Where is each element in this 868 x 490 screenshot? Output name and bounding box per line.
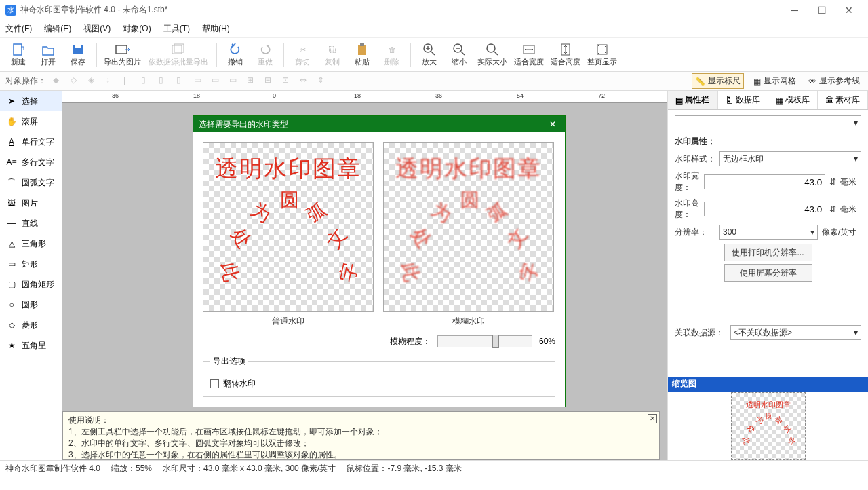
width-input[interactable] (704, 174, 825, 189)
tb-undo[interactable]: 撤销 (221, 39, 250, 71)
toggle-grid[interactable]: ▦显示网格 (751, 74, 799, 88)
tab-properties[interactable]: ▤ 属性栏 (668, 91, 718, 109)
dialog-close-button[interactable]: ✕ (546, 119, 559, 129)
menu-file[interactable]: 文件(F) (5, 23, 32, 35)
left-tool-panel: ➤选择 ✋滚屏 A单行文字 A≡多行文字 ⌒圆弧文字 🖼图片 —直线 △三角形 … (0, 91, 62, 460)
flip-checkbox[interactable]: 翻转水印 (210, 378, 548, 390)
datasource-select[interactable]: <不关联数据源>▾ (730, 325, 861, 340)
blur-label: 模糊程度： (390, 336, 431, 347)
tb-fit-height[interactable]: 适合高度 (548, 39, 583, 71)
height-input[interactable] (704, 202, 825, 216)
export-dialog: 选择需要导出的水印类型 ✕ 透明水印图章 此 处 为 圆 弧 文 字 (193, 115, 566, 407)
window-title: 神奇水印图章制作软件 4.0 - 未命名1.stb* (20, 4, 167, 16)
close-button[interactable]: ✕ (835, 1, 863, 20)
tb-actual-size[interactable]: 实际大小 (475, 39, 510, 71)
tab-database[interactable]: 🗄 数据库 (718, 91, 768, 109)
tb-fit-width[interactable]: 适合宽度 (511, 39, 547, 71)
tool-star[interactable]: ★五角星 (0, 335, 62, 356)
tb-cut[interactable]: ✂剪切 (288, 39, 317, 71)
style-select[interactable]: 无边框水印▾ (719, 151, 861, 166)
tool-text-single[interactable]: A单行文字 (0, 132, 62, 152)
tool-diamond[interactable]: ◇菱形 (0, 315, 62, 335)
preview-blur[interactable]: 透明水印图章 此 处 为 圆 弧 文 字 模糊水印 (383, 142, 554, 327)
tool-select[interactable]: ➤选择 (0, 91, 62, 111)
status-mouse: 鼠标位置：-7.9 毫米, -15.3 毫米 (347, 463, 461, 474)
thumbnail-header: 缩览图 (668, 377, 868, 392)
status-zoom: 缩放：55% (111, 463, 152, 474)
ruler-horizontal: -36 -18 0 18 36 54 72 (62, 91, 667, 103)
title-bar: 水 神奇水印图章制作软件 4.0 - 未命名1.stb* ─ ☐ ✕ (0, 0, 868, 20)
tb-open[interactable]: 打开 (34, 39, 62, 71)
tool-line[interactable]: —直线 (0, 213, 62, 233)
menu-view[interactable]: 视图(V) (83, 23, 111, 35)
tb-save[interactable]: 保存 (64, 39, 92, 71)
menu-bar: 文件(F) 编辑(E) 视图(V) 对象(O) 工具(T) 帮助(H) (0, 20, 868, 38)
object-toolbar: 对象操作： ◆◇◈↕|▯▯▯▭▭▭⊞⊟⊡⇔⇕ 📏显示标尺 ▦显示网格 👁显示参考… (0, 72, 868, 91)
props-title: 水印属性： (675, 136, 861, 147)
tb-zoom-out[interactable]: 缩小 (445, 39, 473, 71)
tb-copy[interactable]: ⿻复制 (318, 39, 347, 71)
toggle-guide[interactable]: 👁显示参考线 (806, 74, 863, 88)
svg-rect-7 (360, 43, 364, 46)
help-panel: ✕ 使用说明： 1、左侧工具栏中选择一个功能后，在画布区域按住鼠标左键拖动，即可… (62, 411, 660, 460)
tool-text-arc[interactable]: ⌒圆弧文字 (0, 172, 62, 193)
resolution-select[interactable]: 300▾ (719, 225, 818, 240)
svg-rect-0 (14, 44, 22, 55)
svg-point-10 (487, 44, 495, 52)
checkbox-icon (210, 379, 219, 388)
tb-fit-page[interactable]: 整页显示 (585, 39, 620, 71)
help-close-button[interactable]: ✕ (648, 414, 657, 423)
svg-rect-6 (358, 45, 366, 55)
tb-new[interactable]: 新建 (4, 39, 33, 71)
menu-object[interactable]: 对象(O) (123, 23, 151, 35)
tb-batch-export[interactable]: 依数据源批量导出 (144, 39, 212, 71)
tab-assets[interactable]: 🏛 素材库 (818, 91, 868, 109)
menu-tools[interactable]: 工具(T) (163, 23, 190, 35)
objbar-label: 对象操作： (5, 75, 46, 87)
thumbnail-area: 透明水印图章 此 处 为 圆 弧 文 字 (668, 392, 868, 460)
tb-redo[interactable]: 重做 (251, 39, 279, 71)
tb-paste[interactable]: 粘贴 (348, 39, 376, 71)
btn-screen-res[interactable]: 使用屏幕分辨率 (724, 264, 812, 282)
blur-slider[interactable] (437, 335, 532, 347)
right-panel: ▤ 属性栏 🗄 数据库 ▦ 模板库 🏛 素材库 ▾ 水印属性： 水印样式： 无边… (667, 91, 868, 460)
tb-export-image[interactable]: 导出为图片 (101, 39, 143, 71)
svg-rect-2 (75, 45, 81, 48)
tool-triangle[interactable]: △三角形 (0, 233, 62, 254)
tool-text-multi[interactable]: A≡多行文字 (0, 152, 62, 172)
minimize-button[interactable]: ─ (781, 1, 808, 20)
tool-image[interactable]: 🖼图片 (0, 193, 62, 213)
object-selector[interactable]: ▾ (675, 115, 861, 130)
menu-edit[interactable]: 编辑(E) (44, 23, 71, 35)
status-size: 水印尺寸：43.0 毫米 x 43.0 毫米, 300 像素/英寸 (163, 463, 336, 474)
btn-printer-res[interactable]: 使用打印机分辨率... (724, 244, 812, 261)
status-bar: 神奇水印图章制作软件 4.0 缩放：55% 水印尺寸：43.0 毫米 x 43.… (0, 460, 868, 476)
tool-rect[interactable]: ▭矩形 (0, 254, 62, 274)
tb-zoom-in[interactable]: 放大 (415, 39, 443, 71)
status-app: 神奇水印图章制作软件 4.0 (5, 463, 100, 474)
thumbnail: 透明水印图章 此 处 为 圆 弧 文 字 (731, 392, 806, 460)
svg-rect-3 (116, 45, 127, 54)
dialog-title: 选择需要导出的水印类型 (199, 119, 288, 130)
tool-roundrect[interactable]: ▢圆角矩形 (0, 274, 62, 295)
blur-value: 60% (539, 337, 555, 346)
tb-delete[interactable]: 🗑删除 (378, 39, 406, 71)
tool-pan[interactable]: ✋滚屏 (0, 111, 62, 132)
toggle-ruler[interactable]: 📏显示标尺 (692, 73, 744, 89)
main-toolbar: 新建 打开 保存 导出为图片 依数据源批量导出 撤销 重做 ✂剪切 ⿻复制 粘贴… (0, 38, 868, 72)
app-icon: 水 (5, 5, 16, 16)
menu-help[interactable]: 帮助(H) (202, 23, 230, 35)
maximize-button[interactable]: ☐ (808, 1, 835, 20)
preview-normal[interactable]: 透明水印图章 此 处 为 圆 弧 文 字 普通水印 (203, 142, 374, 327)
tab-templates[interactable]: ▦ 模板库 (768, 91, 818, 109)
tool-circle[interactable]: ○圆形 (0, 295, 62, 315)
export-options: 导出选项 翻转水印 (203, 356, 555, 397)
